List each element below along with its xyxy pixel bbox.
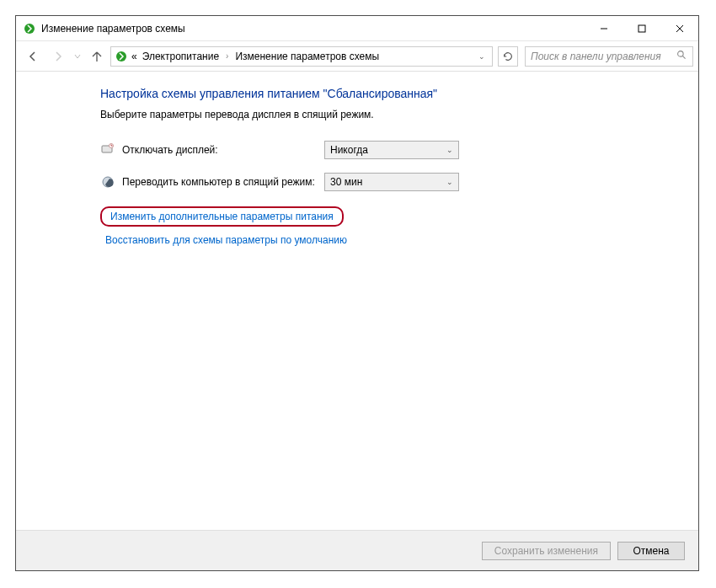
search-input[interactable]: Поиск в панели управления <box>525 46 693 67</box>
setting-display-off: Отключать дисплей: Никогда ⌄ <box>100 141 690 159</box>
dropdown-display-off[interactable]: Никогда ⌄ <box>324 141 459 159</box>
setting-sleep: Переводить компьютер в спящий режим: 30 … <box>100 173 690 191</box>
up-button[interactable] <box>85 45 109 68</box>
breadcrumb[interactable]: « Электропитание › Изменение параметров … <box>110 46 493 67</box>
titlebar: Изменение параметров схемы <box>16 16 698 41</box>
breadcrumb-level2[interactable]: Изменение параметров схемы <box>233 51 381 62</box>
breadcrumb-chevrons: « <box>130 51 139 62</box>
minimize-button[interactable] <box>585 16 622 40</box>
forward-button[interactable] <box>46 45 70 68</box>
link-restore-defaults[interactable]: Восстановить для схемы параметры по умол… <box>100 232 352 249</box>
chevron-down-icon: ⌄ <box>446 146 453 154</box>
dropdown-value: 30 мин <box>330 176 362 188</box>
recent-dropdown[interactable] <box>72 45 83 68</box>
maximize-button[interactable] <box>622 16 660 40</box>
action-bar: Сохранить изменения Отмена <box>16 530 698 570</box>
close-button[interactable] <box>660 16 698 40</box>
chevron-down-icon: ⌄ <box>446 178 453 186</box>
display-icon <box>100 142 115 158</box>
breadcrumb-dropdown-icon[interactable]: ⌄ <box>475 52 489 61</box>
search-icon <box>676 50 687 63</box>
chevron-right-icon: › <box>222 51 232 61</box>
svg-line-7 <box>682 56 685 58</box>
setting-label-sleep: Переводить компьютер в спящий режим: <box>122 176 324 188</box>
save-button[interactable]: Сохранить изменения <box>482 542 611 560</box>
power-icon <box>115 50 128 63</box>
window-frame: Изменение параметров схемы <box>15 15 699 571</box>
breadcrumb-level1[interactable]: Электропитание <box>141 51 221 62</box>
sleep-icon <box>100 174 115 190</box>
dropdown-sleep[interactable]: 30 мин ⌄ <box>324 173 459 191</box>
refresh-button[interactable] <box>498 46 518 67</box>
cancel-button[interactable]: Отмена <box>617 542 685 560</box>
navigation-bar: « Электропитание › Изменение параметров … <box>16 41 698 72</box>
svg-point-6 <box>678 51 684 56</box>
setting-label-display: Отключать дисплей: <box>122 144 324 156</box>
svg-point-5 <box>116 51 126 61</box>
window-title: Изменение параметров схемы <box>41 23 585 35</box>
back-button[interactable] <box>21 45 45 68</box>
app-icon <box>23 22 36 35</box>
dropdown-value: Никогда <box>330 144 368 156</box>
page-subtext: Выберите параметры перевода дисплея в сп… <box>100 109 690 120</box>
link-advanced-power[interactable]: Изменить дополнительные параметры питани… <box>100 206 344 227</box>
svg-point-0 <box>24 24 35 34</box>
page-heading: Настройка схемы управления питанием "Сба… <box>100 87 690 100</box>
content-area: Настройка схемы управления питанием "Сба… <box>16 72 698 530</box>
svg-rect-2 <box>639 25 645 32</box>
search-placeholder: Поиск в панели управления <box>531 51 661 62</box>
